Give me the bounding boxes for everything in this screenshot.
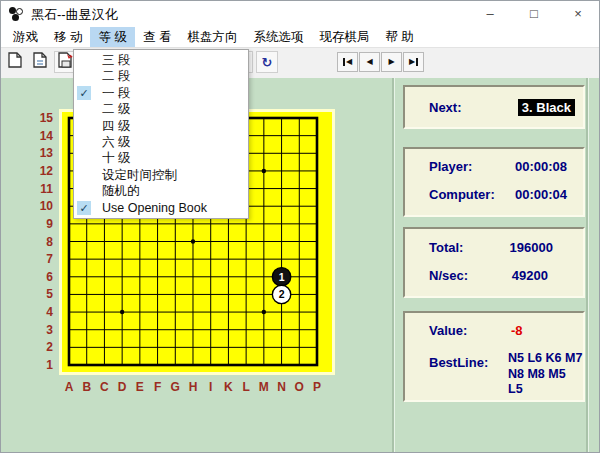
row-label: 9: [46, 217, 53, 231]
level-dropdown-menu: 三 段二 段✓一 段二 级四 级六 级十 级设定时间控制随机的✓Use Open…: [73, 49, 249, 219]
black-stone-1: 1: [272, 268, 290, 286]
computer-clock-value: 00:00:04: [495, 187, 567, 202]
column-label: D: [118, 380, 127, 394]
right-edge-divider: [586, 78, 589, 453]
menu-item-1[interactable]: 移 动: [46, 27, 90, 47]
column-label: L: [242, 380, 249, 394]
skip-to-end-icon: ▶: [409, 58, 418, 66]
rotate-board-button[interactable]: ↻: [256, 51, 278, 73]
level-menu-item-2[interactable]: ✓一 段: [74, 85, 248, 101]
level-menu-item-6[interactable]: 十 级: [74, 150, 248, 166]
star-point: [191, 239, 195, 243]
level-menu-item-8[interactable]: 随机的: [74, 183, 248, 199]
row-label: 5: [46, 287, 53, 301]
row-label: 12: [40, 164, 54, 178]
row-label: 11: [40, 182, 53, 196]
level-menu-item-4[interactable]: 四 级: [74, 118, 248, 134]
row-label: 8: [46, 235, 53, 249]
skip-to-start-icon: ◀: [343, 58, 352, 66]
player-clock-label: Player:: [429, 159, 472, 174]
level-menu-item-1[interactable]: 二 段: [74, 68, 248, 84]
app-window: 黑石--曲昱汉化 – □ × 游戏移 动等 级查 看棋盘方向系统选项现存棋局帮 …: [0, 0, 600, 453]
clocks-box: Player: 00:00:08 Computer: 00:00:04: [403, 147, 585, 217]
search-stats-box: Total: 196000 N/sec: 49200: [403, 227, 585, 298]
minimize-button[interactable]: –: [473, 1, 507, 27]
nsec-value: 49200: [465, 268, 548, 283]
menu-item-6[interactable]: 现存棋局: [311, 27, 377, 47]
row-label: 6: [46, 270, 53, 284]
column-label: O: [295, 380, 304, 394]
last-move-button[interactable]: ▶: [403, 52, 424, 72]
app-icon: [9, 7, 25, 21]
column-label: F: [154, 380, 161, 394]
level-menu-item-3[interactable]: 二 级: [74, 101, 248, 117]
evaluation-box: Value: -8 BestLine: N5 L6 K6 M7 N8 M8 M5…: [403, 311, 585, 402]
computer-clock-label: Computer:: [429, 187, 495, 202]
prev-move-button[interactable]: ◀: [359, 52, 380, 72]
level-menu-item-0[interactable]: 三 段: [74, 52, 248, 68]
check-icon: ✓: [77, 86, 91, 100]
save-icon: [58, 52, 73, 72]
first-move-button[interactable]: ◀: [337, 52, 358, 72]
menu-item-5[interactable]: 系统选项: [245, 27, 311, 47]
row-label: 7: [46, 252, 53, 266]
nsec-label: N/sec:: [429, 268, 468, 283]
new-document-icon: [8, 52, 22, 72]
next-move-box: Next: 3. Black: [403, 85, 585, 129]
row-label: 15: [40, 111, 54, 125]
column-label: E: [136, 380, 144, 394]
total-value: 196000: [465, 240, 553, 255]
svg-text:1: 1: [279, 271, 285, 283]
rotate-icon: ↻: [262, 56, 273, 69]
row-label: 1: [46, 358, 53, 372]
menu-item-3[interactable]: 查 看: [135, 27, 179, 47]
close-button[interactable]: ×: [561, 1, 595, 27]
column-label: M: [259, 380, 269, 394]
new-game-button[interactable]: [4, 51, 26, 73]
menu-item-0[interactable]: 游戏: [5, 27, 46, 47]
menu-bar: 游戏移 动等 级查 看棋盘方向系统选项现存棋局帮 助: [1, 27, 599, 48]
menu-item-7[interactable]: 帮 助: [377, 27, 421, 47]
star-point: [262, 169, 266, 173]
column-label: P: [313, 380, 321, 394]
maximize-button[interactable]: □: [517, 1, 551, 27]
step-back-icon: ◀: [366, 58, 372, 66]
star-point: [262, 310, 266, 314]
column-label: K: [224, 380, 233, 394]
bestline-label: BestLine:: [429, 355, 488, 370]
column-label: N: [277, 380, 286, 394]
level-menu-item-5[interactable]: 六 级: [74, 134, 248, 150]
menu-item-2[interactable]: 等 级: [90, 27, 134, 47]
column-label: B: [82, 380, 91, 394]
next-move-button[interactable]: ▶: [381, 52, 402, 72]
step-forward-icon: ▶: [388, 58, 394, 66]
row-label: 3: [46, 323, 53, 337]
level-menu-item-7[interactable]: 设定时间控制: [74, 167, 248, 183]
check-icon: ✓: [77, 201, 91, 215]
player-clock-value: 00:00:08: [495, 159, 567, 174]
open-document-icon: [33, 52, 47, 72]
open-game-button[interactable]: [29, 51, 51, 73]
row-label: 10: [40, 199, 54, 213]
next-value: 3. Black: [518, 99, 575, 116]
panel-divider: [392, 78, 395, 453]
star-point: [120, 310, 124, 314]
row-label: 13: [40, 146, 54, 160]
column-label: C: [100, 380, 109, 394]
column-label: A: [65, 380, 74, 394]
column-label: G: [171, 380, 180, 394]
level-menu-item-9[interactable]: ✓Use Opening Book: [74, 200, 248, 216]
row-label: 2: [46, 340, 53, 354]
next-label: Next:: [429, 100, 462, 115]
row-label: 14: [40, 129, 54, 143]
value-label: Value:: [429, 323, 467, 338]
window-title: 黑石--曲昱汉化: [31, 6, 118, 24]
row-label: 4: [46, 305, 53, 319]
svg-text:2: 2: [279, 288, 285, 300]
menu-item-4[interactable]: 棋盘方向: [179, 27, 245, 47]
white-stone-2: 2: [272, 285, 290, 303]
column-label: I: [209, 380, 212, 394]
column-label: H: [189, 380, 198, 394]
value-number: -8: [511, 323, 523, 338]
total-label: Total:: [429, 240, 463, 255]
